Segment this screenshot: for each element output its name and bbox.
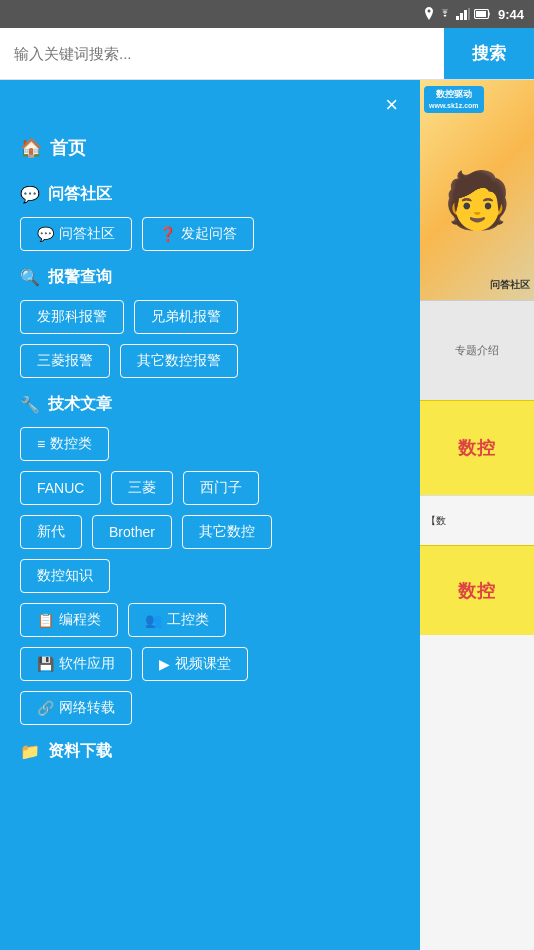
chip-xindai[interactable]: 新代 xyxy=(20,515,82,549)
home-icon: 🏠 xyxy=(20,137,42,159)
chip-ask-question[interactable]: ❓ 发起问答 xyxy=(142,217,254,251)
chip-mitsubishi-alarm[interactable]: 三菱报警 xyxy=(20,344,110,378)
wrench-icon: 🔧 xyxy=(20,395,40,414)
chat-icon: 💬 xyxy=(37,226,54,242)
chip-cnc-knowledge[interactable]: 数控知识 xyxy=(20,559,110,593)
tech-chips-row2: FANUC 三菱 西门子 xyxy=(0,467,420,511)
banner-label: 问答社区 xyxy=(490,278,530,292)
software-icon: 💾 xyxy=(37,656,54,672)
chip-cnc[interactable]: ≡ 数控类 xyxy=(20,427,109,461)
search-bar: 搜索 xyxy=(0,28,534,80)
chip-industrial[interactable]: 👥 工控类 xyxy=(128,603,226,637)
chip-other-cnc[interactable]: 其它数控 xyxy=(182,515,272,549)
drawer-close-button[interactable]: × xyxy=(377,88,406,122)
question-icon: ❓ xyxy=(159,226,176,242)
section-download-heading: 📁 资料下载 xyxy=(0,731,420,770)
section-tech-heading: 🔧 技术文章 xyxy=(0,384,420,423)
section-alarm-heading: 🔍 报警查询 xyxy=(0,257,420,296)
chip-fanuc[interactable]: FANUC xyxy=(20,471,101,505)
status-icons: 9:44 xyxy=(424,7,524,22)
qa-heading-label: 问答社区 xyxy=(48,184,112,205)
tech-chips-row7: 🔗 网络转载 xyxy=(0,687,420,731)
alarm-chips-row: 发那科报警 兄弟机报警 xyxy=(0,296,420,340)
chip-siemens[interactable]: 西门子 xyxy=(183,471,259,505)
svg-rect-3 xyxy=(468,8,470,20)
chip-programming[interactable]: 📋 编程类 xyxy=(20,603,118,637)
drawer: × 🏠 首页 💬 问答社区 💬 问答社区 ❓ 发起问答 🔍 报警查询 xyxy=(0,80,420,950)
svg-rect-0 xyxy=(456,16,459,20)
svg-rect-2 xyxy=(464,10,467,20)
status-bar: 9:44 xyxy=(0,0,534,28)
tech-chips-row1: ≡ 数控类 xyxy=(0,423,420,467)
qa-chips-row: 💬 问答社区 ❓ 发起问答 xyxy=(0,213,420,257)
chip-web-repost[interactable]: 🔗 网络转载 xyxy=(20,691,132,725)
chip-qa-community[interactable]: 💬 问答社区 xyxy=(20,217,132,251)
clock: 9:44 xyxy=(498,7,524,22)
programming-icon: 📋 xyxy=(37,612,54,628)
banner-text-yellow2: 数控 xyxy=(420,545,534,635)
list-icon: ≡ xyxy=(37,436,45,452)
home-label: 首页 xyxy=(50,136,86,160)
chip-brother-alarm[interactable]: 兄弟机报警 xyxy=(134,300,238,334)
right-panel: 数控驱动 www.sk1z.com 🧑 问答社区 专题介绍 数控 【数 数控 xyxy=(420,80,534,950)
link-icon: 🔗 xyxy=(37,700,54,716)
chip-video[interactable]: ▶ 视频课堂 xyxy=(142,647,248,681)
chip-mitsubishi[interactable]: 三菱 xyxy=(111,471,173,505)
banner-top: 数控驱动 www.sk1z.com 🧑 问答社区 xyxy=(420,80,534,300)
folder-icon: 📁 xyxy=(20,742,40,761)
banner-figure: 🧑 xyxy=(443,168,512,233)
svg-rect-1 xyxy=(460,13,463,20)
banner-list-item: 【数 xyxy=(420,495,534,545)
banner-middle: 专题介绍 xyxy=(420,300,534,400)
chip-software[interactable]: 💾 软件应用 xyxy=(20,647,132,681)
tech-heading-label: 技术文章 xyxy=(48,394,112,415)
chip-other-alarm[interactable]: 其它数控报警 xyxy=(120,344,238,378)
alarm-chips-row2: 三菱报警 其它数控报警 xyxy=(0,340,420,384)
download-heading-label: 资料下载 xyxy=(48,741,112,762)
search-button[interactable]: 搜索 xyxy=(444,28,534,79)
sk1z-logo: 数控驱动 www.sk1z.com xyxy=(424,86,484,113)
tech-chips-row6: 💾 软件应用 ▶ 视频课堂 xyxy=(0,643,420,687)
drawer-close-row: × xyxy=(0,80,420,130)
qa-icon: 💬 xyxy=(20,185,40,204)
alarm-heading-label: 报警查询 xyxy=(48,267,112,288)
tech-chips-row5: 📋 编程类 👥 工控类 xyxy=(0,599,420,643)
banner-text-yellow1: 数控 xyxy=(420,400,534,495)
video-icon: ▶ xyxy=(159,656,170,672)
tech-chips-row4: 数控知识 xyxy=(0,555,420,599)
search-input[interactable] xyxy=(0,28,444,79)
main-content: 数控驱动 www.sk1z.com 🧑 问答社区 专题介绍 数控 【数 数控 ×… xyxy=(0,80,534,950)
search-icon: 🔍 xyxy=(20,268,40,287)
section-qa-heading: 💬 问答社区 xyxy=(0,174,420,213)
industrial-icon: 👥 xyxy=(145,612,162,628)
drawer-home-item[interactable]: 🏠 首页 xyxy=(0,130,420,174)
chip-brother[interactable]: Brother xyxy=(92,515,172,549)
tech-chips-row3: 新代 Brother 其它数控 xyxy=(0,511,420,555)
chip-fanuc-alarm[interactable]: 发那科报警 xyxy=(20,300,124,334)
svg-rect-5 xyxy=(476,11,486,17)
